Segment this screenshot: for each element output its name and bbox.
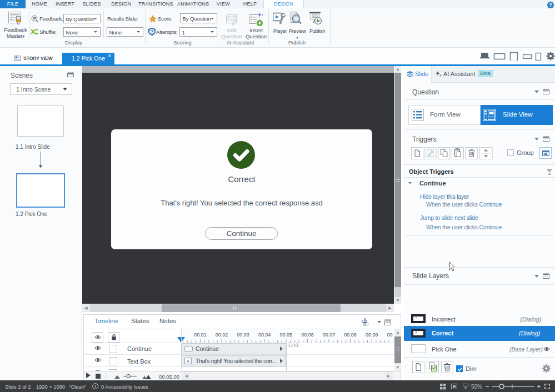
svg-text:50%: 50% (471, 384, 482, 390)
svg-text:00:03: 00:03 (237, 332, 249, 338)
svg-text:00:05: 00:05 (280, 332, 293, 338)
svg-text:?: ? (151, 29, 153, 34)
svg-text:00:08: 00:08 (344, 332, 357, 338)
svg-text:00:06: 00:06 (301, 332, 314, 338)
svg-text:00:10: 00:10 (387, 332, 393, 338)
svg-text:00:02: 00:02 (216, 332, 228, 338)
svg-text:00:04: 00:04 (258, 332, 271, 338)
svg-text:00:07: 00:07 (323, 332, 336, 338)
svg-text:00:09: 00:09 (366, 332, 378, 338)
svg-text:00:01: 00:01 (194, 332, 207, 338)
